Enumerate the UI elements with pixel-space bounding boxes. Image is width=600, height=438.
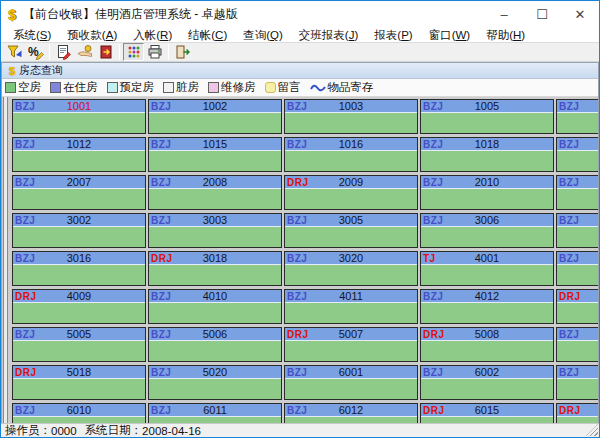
exit-door-button[interactable]: [172, 43, 193, 61]
room-cell[interactable]: BZJ1015: [148, 137, 282, 172]
room-cell[interactable]: BZJ5006: [148, 327, 282, 362]
room-status-area: [557, 265, 598, 285]
room-cell[interactable]: BZJ: [556, 137, 598, 172]
menu-item[interactable]: 帮助(H): [478, 28, 533, 42]
room-cell[interactable]: BZJ6002: [420, 365, 554, 400]
close-button[interactable]: ✕: [561, 1, 599, 28]
room-cell[interactable]: BZJ2010: [420, 175, 554, 210]
status-color-swatch: [5, 82, 16, 93]
operator-label: 操作员：: [5, 423, 51, 438]
menu-item[interactable]: 入帐(R): [125, 28, 180, 42]
room-cell[interactable]: BZJ1003: [284, 99, 418, 134]
room-cell[interactable]: BZJ6012: [284, 403, 418, 423]
room-cell[interactable]: BZJ1001: [12, 99, 146, 134]
menu-item[interactable]: 交班报表(J): [291, 28, 366, 42]
room-grid-button[interactable]: [123, 43, 144, 61]
room-number: 5018: [13, 366, 145, 379]
room-cell[interactable]: BZJ4010: [148, 289, 282, 324]
room-number: 3016: [13, 252, 145, 265]
menu-item[interactable]: 结帐(C): [180, 28, 235, 42]
room-cell[interactable]: DRJ2009: [284, 175, 418, 210]
room-status-area: [149, 265, 281, 285]
room-row: DRJ4009BZJ4010BZJ4011BZJ4012DRJ: [12, 289, 598, 324]
menu-item[interactable]: 系统(S): [5, 28, 59, 42]
room-cell[interactable]: BZJ3020: [284, 251, 418, 286]
room-number: 2010: [421, 176, 553, 189]
room-status-area: [421, 189, 553, 209]
room-cell-header: BZJ1002: [149, 100, 281, 113]
room-cell-header: BZJ2007: [13, 176, 145, 189]
room-cell[interactable]: TJ4001: [420, 251, 554, 286]
room-status-area: [557, 151, 598, 171]
room-cell[interactable]: DRJ5018: [12, 365, 146, 400]
room-cell[interactable]: BZJ1018: [420, 137, 554, 172]
printer-button[interactable]: [144, 43, 165, 61]
room-cell[interactable]: BZJ: [556, 175, 598, 210]
room-cell[interactable]: DRJ6015: [420, 403, 554, 423]
room-cell[interactable]: BZJ3002: [12, 213, 146, 248]
room-cell[interactable]: BZJ: [556, 251, 598, 286]
room-cell[interactable]: BZJ1016: [284, 137, 418, 172]
room-cell-header: BZJ1016: [285, 138, 417, 151]
percent-edit-button[interactable]: %: [25, 43, 46, 61]
room-cell[interactable]: BZJ: [556, 213, 598, 248]
room-cell[interactable]: BZJ6010: [12, 403, 146, 423]
document-edit-icon: [56, 44, 72, 60]
room-cell[interactable]: BZJ1002: [148, 99, 282, 134]
menu-item[interactable]: 窗口(W): [421, 28, 479, 42]
left-edge-strip: [3, 97, 8, 423]
status-color-swatch: [163, 82, 174, 93]
room-cell[interactable]: BZJ5020: [148, 365, 282, 400]
app-window: $ 【前台收银】佳明酒店管理系统 - 卓越版 – ☐ ✕ 系统(S)预收款(A)…: [0, 0, 600, 438]
room-number: 5006: [149, 328, 281, 341]
room-cell[interactable]: DRJ: [556, 289, 598, 324]
room-row: BZJ3016DRJ3018BZJ3020TJ4001BZJ: [12, 251, 598, 286]
room-number: 6015: [421, 404, 553, 417]
menu-item[interactable]: 预收款(A): [59, 28, 125, 42]
cash-register-button[interactable]: [95, 43, 116, 61]
room-cell[interactable]: DRJ: [556, 403, 598, 423]
room-cell[interactable]: BZJ4012: [420, 289, 554, 324]
room-cell[interactable]: BZJ: [556, 365, 598, 400]
resize-grip-icon[interactable]: [586, 424, 598, 436]
room-type-code: BZJ: [559, 366, 579, 379]
room-cell[interactable]: BZJ3003: [148, 213, 282, 248]
room-cell[interactable]: BZJ3005: [284, 213, 418, 248]
document-edit-button[interactable]: [53, 43, 74, 61]
room-cell[interactable]: BZJ2008: [148, 175, 282, 210]
room-cell-header: BZJ1015: [149, 138, 281, 151]
room-cell[interactable]: BZJ4011: [284, 289, 418, 324]
room-cell[interactable]: BZJ2007: [12, 175, 146, 210]
room-cell-header: BZJ4012: [421, 290, 553, 303]
room-cell-header: BZJ1001: [13, 100, 145, 113]
room-cell[interactable]: BZJ3016: [12, 251, 146, 286]
room-cell[interactable]: BZJ: [556, 327, 598, 362]
room-status-area: [285, 189, 417, 209]
room-cell[interactable]: BZJ1012: [12, 137, 146, 172]
room-cell[interactable]: BZJ5005: [12, 327, 146, 362]
legend-label: 维修房: [221, 80, 256, 95]
menu-item[interactable]: 查询(Q): [235, 28, 291, 42]
room-number: 6002: [421, 366, 553, 379]
room-cell[interactable]: BZJ: [556, 99, 598, 134]
room-cell[interactable]: BZJ3006: [420, 213, 554, 248]
room-cell-header: BZJ5005: [13, 328, 145, 341]
room-cell[interactable]: BZJ6001: [284, 365, 418, 400]
room-cell[interactable]: BZJ6011: [148, 403, 282, 423]
room-cell[interactable]: DRJ5007: [284, 327, 418, 362]
room-cell-header: BZJ3005: [285, 214, 417, 227]
maximize-button[interactable]: ☐: [523, 1, 561, 28]
room-number: 1018: [421, 138, 553, 151]
hand-cash-button[interactable]: [74, 43, 95, 61]
room-cell-header: BZJ: [557, 100, 598, 113]
room-status-area: [13, 265, 145, 285]
child-window-title: 房态查询: [19, 63, 63, 78]
menu-item[interactable]: 报表(P): [366, 28, 420, 42]
room-cell[interactable]: DRJ3018: [148, 251, 282, 286]
room-number: 3003: [149, 214, 281, 227]
minimize-button[interactable]: –: [485, 1, 523, 28]
filter-funnel-button[interactable]: [4, 43, 25, 61]
room-cell[interactable]: DRJ5008: [420, 327, 554, 362]
room-cell[interactable]: DRJ4009: [12, 289, 146, 324]
room-cell[interactable]: BZJ1005: [420, 99, 554, 134]
